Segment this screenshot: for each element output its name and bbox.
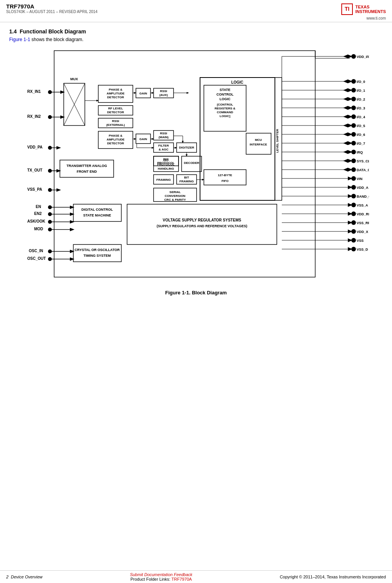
page-footer: 2 Device Overview Submit Documentation F… <box>0 570 392 583</box>
vss-d-label: VSS_D <box>357 248 368 251</box>
product-link[interactable]: TRF7970A <box>172 577 192 581</box>
svg-point-24 <box>48 249 52 253</box>
svg-text:DETECTOR: DETECTOR <box>107 111 124 114</box>
svg-rect-95 <box>73 244 121 262</box>
digital-ctrl-sm-label: DIGITAL CONTROL <box>81 208 113 211</box>
svg-text:FRONT END: FRONT END <box>76 170 97 173</box>
footer-center: Submit Documentation Feedback Product Fo… <box>130 572 192 581</box>
svg-marker-149 <box>343 106 348 110</box>
svg-text:CONTROL: CONTROL <box>216 92 233 96</box>
svg-text:(SUPPLY REGULATORS AND REFEREN: (SUPPLY REGULATORS AND REFERENCE VOLTAGE… <box>156 224 247 228</box>
footer-page-number: 2 <box>6 575 8 579</box>
svg-marker-153 <box>343 124 348 127</box>
state-ctrl-logic-label: STATE <box>219 88 230 92</box>
gain-top-label: GAIN <box>139 92 147 95</box>
io4-label: I/O_4 <box>357 115 365 119</box>
en2-label: EN2 <box>34 211 42 216</box>
footer-page-info: 2 Device Overview <box>6 575 43 579</box>
main-content: 1.4 Functional Block Diagram Figure 1-1 … <box>0 22 392 302</box>
en-label: EN <box>36 205 41 209</box>
vss-label: VSS <box>357 239 364 243</box>
tx-out-label: TX_OUT <box>27 168 42 172</box>
svg-text:(MAIN): (MAIN) <box>159 135 169 139</box>
svg-rect-93 <box>73 204 121 221</box>
svg-rect-74 <box>200 78 275 200</box>
rssi-main-label: RSSI <box>160 132 167 135</box>
voltage-supply-label: VOLTAGE SUPPLY REGULATOR SYSTEMS <box>162 218 241 222</box>
section-intro: Figure 1-1 shows the block diagram. <box>9 37 383 42</box>
crystal-osc-label: CRYSTAL OR OSCILLATOR <box>74 248 120 252</box>
svg-text:STATE MACHINE: STATE MACHINE <box>83 213 111 217</box>
osc-in-label: OSC_IN <box>29 249 43 253</box>
document-title: TRF7970A <box>6 3 98 10</box>
vdd-pa-label: VDD_PA <box>27 145 43 149</box>
header-left: TRF7970A SLOS743K – AUGUST 2011 – REVISE… <box>6 3 98 14</box>
svg-text:CRC & PARITY: CRC & PARITY <box>164 198 186 201</box>
phase-amp-det-top-label: PHASE & <box>109 88 122 91</box>
footer-copyright: Copyright © 2011–2014, Texas Instruments… <box>280 575 386 579</box>
irq-label: IRQ <box>357 150 363 154</box>
svg-text:(AUX): (AUX) <box>159 93 168 97</box>
svg-marker-155 <box>343 132 348 136</box>
svg-text:(EXTERNAL): (EXTERNAL) <box>106 123 125 127</box>
svg-text:PROTOCOL: PROTOCOL <box>157 163 174 166</box>
svg-point-16 <box>48 205 52 209</box>
svg-text:& AGC: & AGC <box>159 148 169 151</box>
filter-agc-label: FILTER <box>158 144 169 147</box>
svg-marker-141 <box>343 55 348 58</box>
gain-bot-label: GAIN <box>139 137 147 141</box>
svg-text:AMPLITUDE: AMPLITUDE <box>106 92 124 95</box>
svg-text:LOGIC]: LOGIC] <box>220 114 230 118</box>
bit-framing-label: BIT <box>184 176 189 179</box>
svg-text:LOGIC: LOGIC <box>219 97 230 101</box>
svg-text:TI: TI <box>344 6 349 12</box>
section-title-text: Functional Block Diagram <box>20 28 86 35</box>
band-gap-label: BAND_GAP <box>357 195 369 198</box>
svg-rect-84 <box>204 170 246 185</box>
serial-conv-label: SERIAL <box>169 190 180 194</box>
svg-point-6 <box>48 90 52 94</box>
block-diagram: RX_IN1 RX_IN2 VDD_PA TX_OUT VSS_PA EN <box>23 47 369 285</box>
io0-label: I/O_0 <box>357 80 365 84</box>
svg-text:INTERFACE: INTERFACE <box>250 143 267 146</box>
vss-a-label: VSS_A <box>357 203 368 207</box>
level-shifter-label: LEVEL SHIFTER <box>276 129 279 153</box>
ti-logo: TI TEXAS INSTRUMENTS <box>341 3 386 15</box>
fifo-label: 127-BYTE <box>218 173 232 177</box>
page-header: TRF7970A SLOS743K – AUGUST 2011 – REVISE… <box>0 0 392 22</box>
svg-point-14 <box>48 188 52 192</box>
decoder-label: DECODER <box>184 161 199 165</box>
mux-label: MUX <box>70 77 78 81</box>
section-heading: 1.4 Functional Block Diagram <box>9 28 383 35</box>
ask-ook-label: ASK/OOK <box>27 219 45 223</box>
svg-text:ISO: ISO <box>163 159 169 162</box>
footer-product-prefix: Product Folder Links: <box>131 577 170 581</box>
svg-text:FIFO: FIFO <box>221 179 228 183</box>
rssi-ext-label: RSSI <box>112 119 119 123</box>
io5-label: I/O_5 <box>357 124 365 128</box>
svg-text:COMMAND: COMMAND <box>217 111 233 114</box>
svg-marker-143 <box>343 79 348 83</box>
logic-outer-label: LOGIC <box>231 80 243 84</box>
rf-level-det-label: RF LEVEL <box>108 107 123 110</box>
io2-label: I/O_2 <box>357 97 365 101</box>
svg-marker-163 <box>343 168 348 172</box>
svg-text:FRAMING: FRAMING <box>179 180 194 183</box>
svg-marker-161 <box>343 159 348 163</box>
vdd-x-label: VDD_X <box>357 230 368 234</box>
osc-out-label: OSC_OUT <box>27 256 46 261</box>
io6-label: I/O_6 <box>357 133 365 137</box>
website-url: www.ti.com <box>366 16 386 20</box>
figure-ref-link[interactable]: Figure 1-1 <box>9 37 30 42</box>
ti-logo-line1: TEXAS <box>356 5 386 9</box>
rssi-aux-label: RSSI <box>160 89 167 93</box>
phase-amp-det-bot-label: PHASE & <box>109 134 122 137</box>
vin-label: VIN <box>357 177 362 181</box>
submit-feedback-link[interactable]: Submit Documentation Feedback <box>130 572 192 577</box>
svg-text:DETECTOR: DETECTOR <box>107 96 124 99</box>
svg-point-8 <box>48 115 52 119</box>
svg-text:REGISTERS &: REGISTERS & <box>214 107 235 110</box>
rx-in2-label: RX_IN2 <box>27 114 41 119</box>
svg-text:[CONTROL: [CONTROL <box>217 103 233 106</box>
svg-rect-90 <box>60 160 114 177</box>
